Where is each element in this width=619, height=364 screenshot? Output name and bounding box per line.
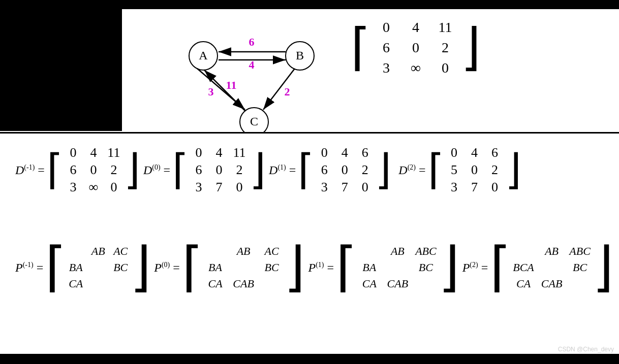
eq2: = [164, 163, 171, 177]
p-2-label: P(2) [462, 261, 478, 275]
watermark: CSDN @Chen_devy [558, 346, 614, 353]
cell-tr-22: 0 [432, 60, 458, 76]
cell-tr-10: 6 [374, 40, 399, 56]
d-minus1-grid: 0411 602 3∞0 [63, 141, 124, 199]
d-0-grid: 0411 602 370 [189, 141, 250, 199]
d-0-label: D(0) [143, 163, 161, 177]
eq3: = [289, 163, 296, 177]
svg-text:11: 11 [226, 79, 237, 91]
bottom-bar [0, 354, 619, 364]
cell-tr-11: 0 [403, 40, 428, 56]
d-2-grid: 046 502 370 [444, 141, 505, 199]
graph-svg: A B C 6 4 3 11 2 [122, 10, 335, 132]
svg-text:4: 4 [249, 58, 255, 71]
bracket-left-tr: ⌈ [351, 22, 370, 73]
peq4: = [481, 261, 488, 275]
cell-tr-20: 3 [374, 60, 399, 76]
p-minus1-label: P(-1) [15, 261, 34, 275]
d-minus1-label: D(-1) [15, 163, 35, 177]
top-right-matrix: ⌈ 0 4 11 6 0 2 3 ∞ 0 ⌋ [351, 14, 481, 81]
d-1-grid: 046 602 370 [314, 141, 375, 199]
p-1-label: P(1) [308, 261, 324, 275]
p-1-grid: ABABC BABC CACAB [357, 239, 439, 296]
peq1: = [37, 261, 44, 275]
eq4: = [419, 163, 426, 177]
peq3: = [327, 261, 334, 275]
logo-block [0, 9, 122, 131]
p-0-label: P(0) [154, 261, 170, 275]
d-matrices-row: D(-1) = ⌈ 0411 602 3∞0 ⌋ D(0) = ⌈ 0411 6… [15, 141, 615, 199]
cell-tr-21: ∞ [403, 60, 428, 76]
eq1: = [38, 163, 45, 177]
svg-text:B: B [296, 49, 304, 62]
svg-line-16 [263, 69, 295, 110]
peq2: = [173, 261, 180, 275]
svg-text:A: A [199, 49, 208, 62]
p-minus1-grid: ABAC BABC CA [66, 239, 130, 296]
svg-text:2: 2 [285, 85, 290, 98]
svg-text:C: C [250, 115, 258, 128]
d-2-label: D(2) [398, 163, 416, 177]
divider-line [0, 132, 619, 134]
bracket-right-tr: ⌋ [461, 22, 481, 73]
p-0-grid: ABAC BABC CACAB [203, 239, 285, 296]
top-bar [0, 0, 619, 9]
p-2-grid: ABABC BCABC CACAB [511, 239, 593, 296]
cell-tr-00: 0 [374, 19, 399, 36]
cell-tr-02: 11 [432, 19, 458, 36]
svg-text:3: 3 [208, 85, 214, 98]
d-1-label: D(1) [269, 163, 286, 177]
cell-tr-01: 4 [403, 19, 428, 36]
svg-text:6: 6 [249, 36, 255, 48]
p-matrices-row: P(-1) = ⌈ ABAC BABC CA ⌋ P(0) = ⌈ ABAC B… [15, 239, 615, 296]
cell-tr-12: 2 [432, 40, 458, 56]
